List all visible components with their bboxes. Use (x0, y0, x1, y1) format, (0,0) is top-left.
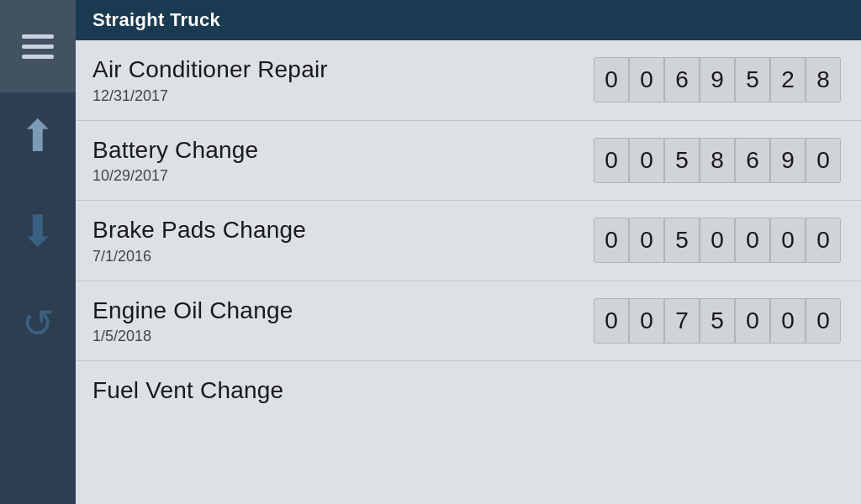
main-content: Straight Truck Air Conditioner Repair 12… (76, 0, 861, 504)
odometer-digit: 0 (735, 218, 770, 263)
odometer-digit: 7 (664, 298, 700, 344)
item-date: 10/29/2017 (92, 167, 258, 185)
item-title: Battery Change (92, 136, 258, 165)
odometer-digit: 0 (629, 218, 664, 263)
item-info: Fuel Vent Change (92, 376, 283, 405)
odometer-digit: 0 (594, 218, 629, 263)
odometer-digit: 5 (664, 138, 700, 183)
list-item[interactable]: Air Conditioner Repair 12/31/2017 0 0 6 … (76, 40, 861, 121)
odometer-display: 0 0 6 9 5 2 8 (594, 57, 841, 102)
odometer-digit: 0 (594, 138, 629, 183)
menu-button[interactable] (0, 0, 76, 92)
odometer-display: 0 0 5 8 6 9 0 (594, 138, 841, 183)
odometer-digit: 0 (806, 218, 841, 263)
page-title: Straight Truck (92, 9, 220, 31)
list-item[interactable]: Engine Oil Change 1/5/2018 0 0 7 5 0 0 0 (76, 281, 861, 362)
odometer-digit: 2 (770, 57, 806, 102)
odometer-digit: 5 (664, 218, 700, 263)
item-info: Battery Change 10/29/2017 (92, 136, 258, 186)
item-title: Fuel Vent Change (92, 376, 283, 405)
up-arrow-icon: ⬆ (19, 114, 56, 158)
back-arrow-icon: ↺ (22, 304, 55, 343)
back-button[interactable]: ↺ (0, 277, 76, 370)
item-date: 1/5/2018 (92, 328, 293, 345)
hamburger-icon (22, 34, 54, 59)
item-title: Brake Pads Change (92, 216, 306, 244)
scroll-up-button[interactable]: ⬆ (0, 92, 76, 185)
odometer-digit: 0 (806, 298, 841, 344)
odometer-digit: 0 (594, 57, 629, 102)
item-info: Air Conditioner Repair 12/31/2017 (92, 55, 328, 105)
item-date: 7/1/2016 (92, 248, 306, 265)
odometer-digit: 0 (629, 57, 664, 102)
odometer-digit: 9 (700, 57, 735, 102)
odometer-digit: 0 (594, 298, 629, 344)
odometer-digit: 5 (700, 298, 735, 344)
odometer-display: 0 0 7 5 0 0 0 (594, 298, 841, 344)
odometer-digit: 0 (806, 138, 841, 183)
odometer-digit: 8 (700, 138, 735, 183)
odometer-digit: 0 (735, 298, 770, 344)
maintenance-list: Air Conditioner Repair 12/31/2017 0 0 6 … (76, 40, 861, 504)
item-title: Engine Oil Change (92, 297, 293, 325)
odometer-digit: 0 (770, 218, 806, 263)
header: Straight Truck (76, 0, 861, 40)
odometer-digit: 8 (806, 57, 841, 102)
odometer-digit: 0 (629, 138, 664, 183)
list-item[interactable]: Brake Pads Change 7/1/2016 0 0 5 0 0 0 0 (76, 201, 861, 281)
item-info: Brake Pads Change 7/1/2016 (92, 216, 306, 265)
down-arrow-icon: ⬇ (19, 209, 56, 253)
sidebar: ⬆ ⬇ ↺ (0, 0, 76, 504)
item-info: Engine Oil Change 1/5/2018 (92, 297, 293, 346)
odometer-digit: 6 (664, 57, 700, 102)
item-date: 12/31/2017 (92, 87, 328, 105)
item-title: Air Conditioner Repair (92, 55, 328, 84)
scroll-down-button[interactable]: ⬇ (0, 185, 76, 277)
odometer-digit: 0 (700, 218, 735, 263)
odometer-digit: 0 (629, 298, 664, 344)
odometer-digit: 6 (735, 138, 770, 183)
odometer-digit: 5 (735, 57, 770, 102)
odometer-digit: 9 (770, 138, 806, 183)
list-item[interactable]: Fuel Vent Change (76, 361, 861, 413)
odometer-digit: 0 (770, 298, 806, 344)
odometer-display: 0 0 5 0 0 0 0 (594, 218, 841, 263)
list-item[interactable]: Battery Change 10/29/2017 0 0 5 8 6 9 0 (76, 121, 861, 202)
